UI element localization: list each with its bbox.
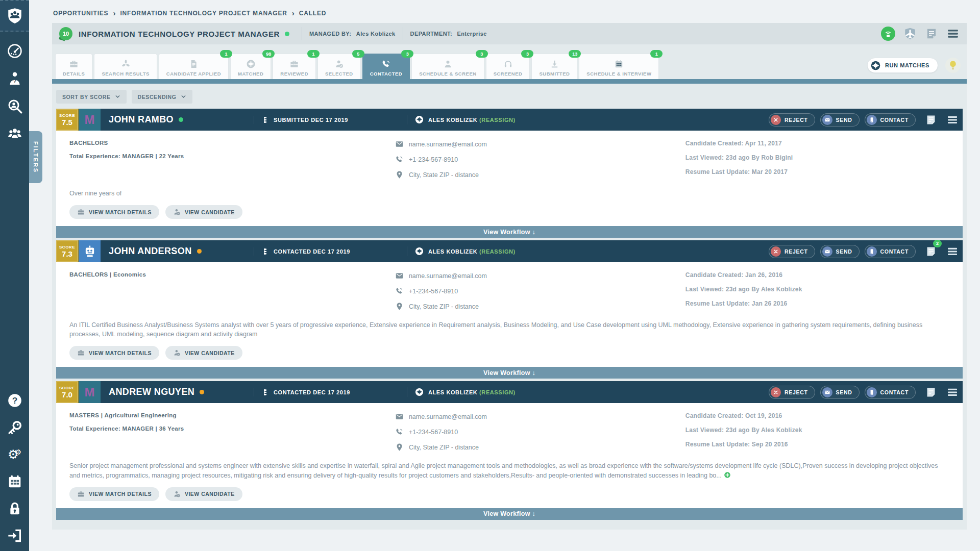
candidate-stage-text: SUBMITTED DEC 17 2019 (274, 117, 348, 123)
active-tab-underline (52, 79, 967, 84)
toolbar-button[interactable] (925, 27, 938, 40)
view-candidate-button[interactable]: VIEW CANDIDATE (165, 487, 242, 501)
document-icon (189, 59, 199, 69)
sidebar-nav-button[interactable] (7, 473, 23, 490)
app-sidebar: ? ? ⚙⚙ (0, 0, 29, 551)
person-check-icon (173, 208, 181, 216)
candidate-card: SCORE 7.5 M JOHN RAMBO SUBMITTED DEC 17 … (56, 109, 963, 238)
send-button[interactable]: SEND (820, 113, 860, 127)
view-candidate-button[interactable]: VIEW CANDIDATE (165, 346, 242, 360)
tab-candidate-applied[interactable]: 1 CANDIDATE APPLIED (159, 54, 229, 79)
reject-button[interactable]: REJECT (769, 113, 815, 127)
candidate-created: Candidate Created: Apr 11, 2017 (685, 140, 949, 147)
resume-last-update: Resume Last Update: Jan 26 2016 (685, 300, 949, 307)
candidate-menu-button[interactable] (946, 114, 959, 126)
candidate-card: SCORE 7.3 JOHN ANDERSON CONTACTED DEC 17… (56, 240, 963, 379)
candidate-notes-button[interactable] (925, 386, 937, 398)
view-match-details-button[interactable]: VIEW MATCH DETAILS (69, 346, 159, 360)
reject-button[interactable]: REJECT (769, 245, 815, 258)
view-workflow-bar[interactable]: View Workflow ↓ (56, 508, 963, 520)
reassign-link[interactable]: (REASSIGN) (479, 389, 516, 395)
breadcrumb-item[interactable]: OPPORTUNITIES (53, 10, 108, 17)
plus-icon[interactable] (724, 471, 731, 479)
lock-icon (7, 500, 23, 517)
view-workflow-bar[interactable]: View Workflow ↓ (56, 226, 963, 238)
briefcase-icon (77, 490, 85, 498)
sort-order-dropdown[interactable]: DESCENDING (132, 90, 192, 104)
toolbar-button[interactable] (903, 27, 917, 40)
puzzle-icon (246, 59, 256, 69)
contact-button[interactable]: CONTACT (865, 113, 916, 127)
contact-button[interactable]: CONTACT (865, 386, 916, 399)
candidate-status-dot (179, 117, 183, 122)
reassign-link[interactable]: (REASSIGN) (479, 117, 516, 123)
person-check-icon (173, 349, 181, 357)
view-workflow-bar[interactable]: View Workflow ↓ (56, 367, 963, 379)
phone-call-icon (395, 155, 404, 164)
candidate-menu-button[interactable] (946, 386, 959, 398)
filters-flyout-tab[interactable]: FILTERS (29, 131, 42, 183)
calendar-icon (614, 59, 624, 69)
sidebar-nav-button[interactable]: ⚙⚙ (7, 446, 23, 463)
tab-matched[interactable]: 98 MATCHED (230, 54, 271, 79)
menu-icon (946, 386, 959, 398)
tab-submitted[interactable]: 13 SUBMITTED (531, 54, 577, 79)
tab-label: REVIEWED (280, 71, 308, 77)
tab-count-badge: 98 (262, 50, 275, 58)
tab-schedule-screen[interactable]: 3 SCHEDULE & SCREEN (411, 54, 484, 79)
candidate-location: City, State ZIP - distance (409, 444, 479, 451)
briefcase-icon (289, 59, 299, 69)
reassign-link[interactable]: (REASSIGN) (479, 248, 516, 255)
tab-reviewed[interactable]: 1 REVIEWED (273, 54, 316, 79)
tab-selected[interactable]: 5 SELECTED (317, 54, 361, 79)
toolbar-button[interactable] (946, 27, 960, 40)
tab-search-results[interactable]: SEARCH RESULTS (94, 54, 157, 79)
gears-icon: ⚙⚙ (8, 448, 21, 461)
tab-schedule-interview[interactable]: 1 SCHEDULE & INTERVIEW (579, 54, 659, 79)
view-match-details-button[interactable]: VIEW MATCH DETAILS (69, 487, 159, 501)
reject-x-icon (771, 387, 781, 397)
send-envelope-icon (822, 246, 832, 257)
sidebar-nav-button[interactable]: ? (7, 392, 23, 409)
opportunity-panel: 10 INFORMATION TECHNOLOGY PROJECT MANAGE… (52, 23, 967, 530)
sidebar-nav-button[interactable]: ? (7, 70, 23, 87)
app-logo-icon (6, 7, 23, 24)
email-icon (395, 140, 404, 148)
assignee-name: ALES KOBLIZEK (428, 117, 477, 123)
tab-screened[interactable]: 3 SCREENED (486, 54, 530, 79)
view-match-details-button[interactable]: VIEW MATCH DETAILS (69, 205, 159, 219)
candidate-card-header: SCORE 7.5 M JOHN RAMBO SUBMITTED DEC 17 … (56, 109, 963, 131)
sidebar-nav-button[interactable] (7, 528, 23, 544)
candidate-menu-button[interactable] (946, 245, 959, 258)
run-matches-button[interactable]: RUN MATCHES (867, 58, 938, 73)
sidebar-nav-button[interactable] (7, 98, 23, 114)
tab-details[interactable]: DETAILS (55, 54, 92, 79)
candidate-notes-button[interactable] (925, 114, 937, 126)
filters-label: FILTERS (33, 141, 39, 173)
tab-contacted[interactable]: 3 CONTACTED (362, 54, 410, 79)
contact-button[interactable]: CONTACT (865, 245, 916, 258)
robot-avatar-icon (83, 244, 97, 259)
sidebar-nav-button[interactable] (7, 419, 23, 436)
send-button[interactable]: SEND (820, 245, 860, 258)
sidebar-nav-button[interactable] (7, 500, 23, 517)
menu-icon (946, 27, 960, 40)
sort-by-dropdown[interactable]: SORT BY SCORE (56, 90, 127, 104)
resume-last-update: Resume Last Update: Mar 20 2017 (685, 168, 949, 176)
breadcrumb-item[interactable]: CALLED (299, 10, 326, 17)
toolbar-button[interactable] (881, 27, 895, 41)
breadcrumb-item[interactable]: INFORMATION TECHNOLOGY PROJECT MANAGER (120, 10, 287, 17)
candidate-summary: Senior project management professional a… (69, 462, 938, 479)
sidebar-nav-button[interactable] (7, 126, 23, 142)
location-pin-icon (395, 443, 404, 452)
app-logo[interactable] (0, 0, 29, 32)
suggestions-button[interactable] (945, 58, 961, 73)
reject-button[interactable]: REJECT (769, 386, 815, 399)
send-button[interactable]: SEND (820, 386, 860, 399)
candidate-notes-button[interactable]: 2 (925, 245, 937, 258)
opportunity-status-dot (285, 32, 289, 36)
sidebar-nav-button[interactable] (7, 43, 23, 59)
tab-label: MATCHED (238, 71, 263, 77)
view-candidate-button[interactable]: VIEW CANDIDATE (165, 205, 242, 219)
tab-label: SCHEDULE & SCREEN (419, 71, 477, 77)
